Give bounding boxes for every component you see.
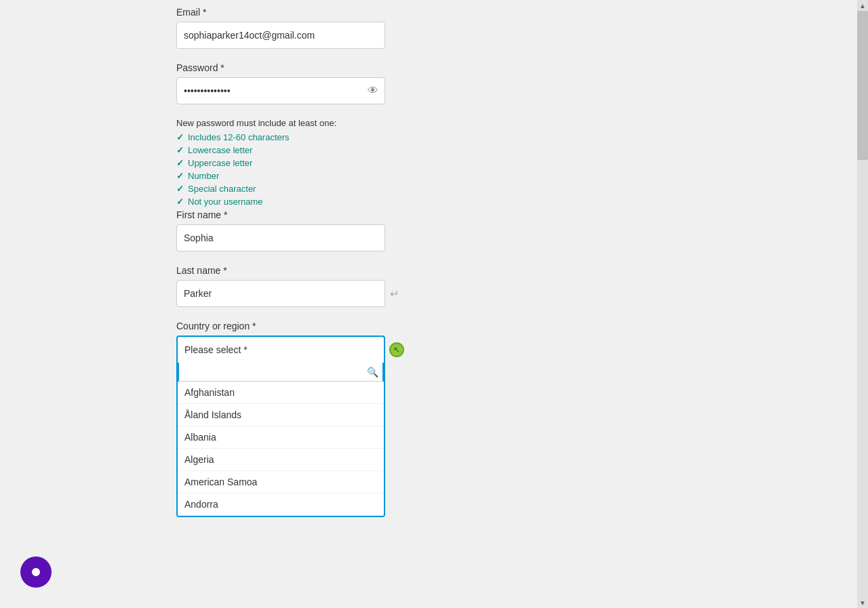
req-characters: ✓ Includes 12-60 characters bbox=[176, 132, 692, 142]
country-option-afghanistan[interactable]: Afghanistan bbox=[178, 382, 384, 404]
country-option-aland[interactable]: Åland Islands bbox=[178, 404, 384, 426]
password-label: Password * bbox=[176, 62, 692, 73]
country-field-group: Country or region * Please select * ↖ 🔍 bbox=[176, 321, 692, 517]
search-icon: 🔍 bbox=[367, 367, 378, 378]
last-name-input-wrapper: ↵ bbox=[176, 280, 385, 307]
first-name-input-wrapper bbox=[176, 224, 385, 251]
form-inner: Email * Password * 👁 New password must i… bbox=[156, 0, 712, 538]
email-input[interactable] bbox=[176, 22, 385, 49]
last-name-label: Last name * bbox=[176, 265, 692, 276]
req-special-text: Special character bbox=[188, 184, 256, 194]
req-characters-text: Includes 12-60 characters bbox=[188, 132, 290, 142]
last-name-field-group: Last name * ↵ bbox=[176, 265, 692, 307]
scrollbar-track bbox=[857, 11, 868, 597]
req-lowercase-text: Lowercase letter bbox=[188, 145, 252, 155]
cursor-indicator: ↖ bbox=[389, 342, 404, 357]
cursor-arrow-icon: ↖ bbox=[393, 345, 400, 354]
country-dropdown-list[interactable]: Afghanistan Åland Islands Albania Algeri… bbox=[176, 382, 385, 517]
check-icon-number: ✓ bbox=[176, 171, 184, 181]
country-option-albania[interactable]: Albania bbox=[178, 426, 384, 449]
country-option-american-samoa[interactable]: American Samoa bbox=[178, 471, 384, 493]
first-name-label: First name * bbox=[176, 209, 692, 220]
req-uppercase: ✓ Uppercase letter bbox=[176, 158, 692, 168]
check-icon-special: ✓ bbox=[176, 184, 184, 194]
check-icon-lowercase: ✓ bbox=[176, 145, 184, 155]
first-name-input[interactable] bbox=[176, 224, 385, 251]
req-special: ✓ Special character bbox=[176, 184, 692, 194]
first-name-field-group: First name * bbox=[176, 209, 692, 251]
chat-bubble-dot bbox=[32, 568, 40, 576]
req-username: ✓ Not your username bbox=[176, 197, 692, 207]
check-icon-username: ✓ bbox=[176, 197, 184, 207]
last-name-input[interactable] bbox=[176, 280, 385, 307]
chat-bubble-button[interactable] bbox=[20, 556, 52, 588]
req-number: ✓ Number bbox=[176, 171, 692, 181]
email-label: Email * bbox=[176, 7, 692, 18]
main-scrollbar: ▲ ▼ bbox=[857, 0, 868, 608]
search-wrapper: 🔍 bbox=[176, 363, 385, 382]
country-label: Country or region * bbox=[176, 321, 692, 331]
password-input-wrapper: 👁 bbox=[176, 77, 385, 104]
req-username-text: Not your username bbox=[188, 197, 263, 207]
scroll-up-arrow[interactable]: ▲ bbox=[857, 0, 868, 11]
form-container: Email * Password * 👁 New password must i… bbox=[156, 0, 712, 608]
country-option-andorra[interactable]: Andorra bbox=[178, 493, 384, 516]
scrollbar-thumb[interactable] bbox=[857, 11, 868, 160]
country-option-algeria[interactable]: Algeria bbox=[178, 449, 384, 471]
requirements-title: New password must include at least one: bbox=[176, 118, 692, 128]
req-lowercase: ✓ Lowercase letter bbox=[176, 145, 692, 155]
req-number-text: Number bbox=[188, 171, 219, 181]
country-search-input[interactable] bbox=[178, 363, 384, 382]
email-input-wrapper bbox=[176, 22, 385, 49]
password-input[interactable] bbox=[176, 77, 385, 104]
toggle-password-icon[interactable]: 👁 bbox=[368, 85, 378, 97]
password-requirements: New password must include at least one: … bbox=[176, 118, 692, 207]
scroll-down-arrow[interactable]: ▼ bbox=[857, 597, 868, 608]
page-wrapper: Email * Password * 👁 New password must i… bbox=[0, 0, 868, 608]
country-dropdown-wrapper: Please select * ↖ 🔍 Afghanistan Åland Is… bbox=[176, 336, 385, 517]
password-field-group: Password * 👁 bbox=[176, 62, 692, 104]
req-uppercase-text: Uppercase letter bbox=[188, 158, 252, 168]
email-field-group: Email * bbox=[176, 7, 692, 49]
check-icon-uppercase: ✓ bbox=[176, 158, 184, 168]
country-placeholder: Please select * bbox=[184, 344, 248, 355]
check-icon-characters: ✓ bbox=[176, 132, 184, 142]
country-select-display[interactable]: Please select * ↖ bbox=[176, 336, 385, 363]
enter-icon: ↵ bbox=[390, 287, 399, 300]
